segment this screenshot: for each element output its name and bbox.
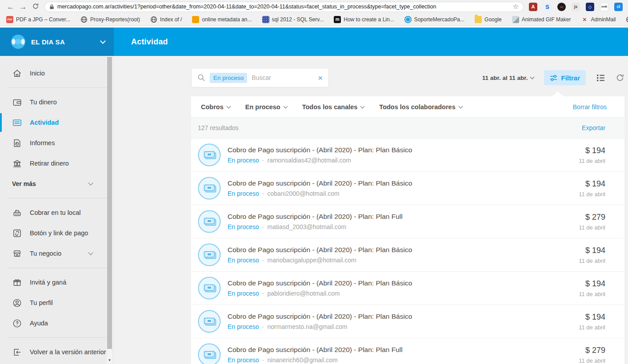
money-icon [198, 343, 221, 364]
bookmark-item[interactable]: online metadata an... [192, 16, 252, 23]
list-view-icon[interactable] [596, 73, 605, 83]
sidebar-item-invita-y-gana[interactable]: Invitá y ganá [0, 272, 114, 293]
globe-favicon [626, 16, 628, 23]
sidebar: Inicio Tu dinero Actividad Informes Reti… [0, 56, 114, 364]
grid-extension-icon[interactable]: ◇ [586, 3, 594, 11]
table-row[interactable]: Cobro de Pago suscripción - (Abril 2020)… [191, 172, 624, 205]
filter-button[interactable]: Filtrar [544, 70, 586, 85]
sidebar-item-cobrar-en-tu-local[interactable]: Cobrar en tu local [0, 202, 114, 223]
table-row[interactable]: Cobro de Pago suscripción - (Abril 2020)… [191, 305, 624, 338]
separator: - [262, 290, 264, 297]
sidebar-item-informes[interactable]: Informes [0, 133, 114, 153]
table-row[interactable]: Cobro de Pago suscripción - (Abril 2020)… [191, 272, 624, 305]
bookmark-label: PDF a JPG – Conver... [16, 16, 70, 23]
chevron-down-icon [88, 250, 93, 255]
bookmark-item[interactable]: Animated GIF Maker [512, 16, 571, 23]
chevron-down-icon [226, 104, 231, 108]
clear-filters-link[interactable]: Borrar filtros [573, 103, 607, 111]
clear-search-icon[interactable]: × [318, 74, 323, 82]
bookmark-item[interactable]: × NVS-2 AdminMail [581, 16, 616, 23]
url-bar[interactable]: mercadopago.com.ar/activities/1?period=o… [44, 2, 524, 12]
sidebar-item-tu-perfil[interactable]: Tu perfil [0, 293, 114, 313]
chevron-down-icon [283, 104, 288, 108]
browser-refresh-icon[interactable] [29, 3, 42, 11]
sliders-icon [550, 74, 557, 82]
sidebar-item-label: Ver más [12, 180, 36, 187]
date-range-selector[interactable]: 11 abr. al 11 abr. [482, 75, 534, 81]
forward-icon[interactable]: → [17, 3, 29, 11]
sql-favicon [262, 16, 269, 23]
bookmark-item[interactable]: Proxy-Reportes(root) [80, 16, 140, 23]
acrobat-extension-icon[interactable]: A [529, 3, 537, 11]
payer-email: mariobacigaluppe@hotmail.com [268, 257, 356, 264]
divider [8, 198, 107, 198]
sidebar-item-retirar-dinero[interactable]: Retirar dinero [0, 153, 114, 174]
bookmark-item[interactable]: SoporteMercadoPa... [404, 16, 464, 23]
money-icon [198, 243, 221, 266]
separator: - [262, 257, 264, 264]
filter-dropdown-cobros[interactable]: Cobros [201, 103, 230, 111]
bookmark-item[interactable]: NVS-2 [626, 16, 628, 23]
bookmark-label: How to create a Lin... [344, 16, 394, 23]
bookmark-item[interactable]: Google [475, 16, 502, 23]
export-link[interactable]: Exportar [582, 124, 605, 131]
account-switcher[interactable]: EL DIA SA [0, 28, 114, 56]
transaction-title: Cobro de Pago suscripción - (Abril 2020)… [228, 279, 412, 287]
sidebar-item-label: Cobrar en tu local [30, 209, 80, 216]
bookmark-item[interactable]: PDF PDF a JPG – Conver... [6, 16, 70, 23]
table-row[interactable]: Cobro de Pago suscripción - (Abril 2020)… [191, 238, 624, 272]
sidebar-item-ver-mas[interactable]: Ver más [0, 174, 114, 194]
sidebar-scrollbar[interactable]: ▼ [107, 56, 112, 364]
sidebar-item-tu-negocio[interactable]: Tu negocio [0, 243, 114, 264]
back-icon[interactable]: ← [4, 3, 17, 11]
date-range-label: 11 abr. al 11 abr. [482, 75, 528, 81]
sidebar-item-ayuda[interactable]: Ayuda [0, 313, 114, 333]
sidebar-item-boton-link-pago[interactable]: Botón y link de pago [0, 223, 114, 243]
sidebar-item-volver-version-anterior[interactable]: Volver a la versión anterior [0, 342, 114, 362]
c-extension-icon[interactable]: cl [614, 3, 623, 11]
bookmark-label: Proxy-Reportes(root) [90, 16, 140, 23]
wallet-icon [12, 97, 22, 107]
browser-toolbar: ← → mercadopago.com.ar/activities/1?peri… [0, 0, 628, 13]
filter-dropdown-colaboradores[interactable]: Todos los colaboradores [379, 103, 462, 111]
orange-favicon [192, 16, 199, 23]
sidebar-item-label: Invitá y ganá [30, 279, 66, 286]
bookmark-item[interactable]: m How to create a Lin... [334, 16, 394, 23]
s-extension-icon[interactable]: S [543, 3, 552, 11]
table-row[interactable]: Cobro de Pago suscripción - (Abril 2020)… [191, 338, 624, 364]
browser-window: ← → mercadopago.com.ar/activities/1?peri… [0, 0, 628, 364]
search-filter-chip[interactable]: En proceso [210, 73, 247, 83]
bookmark-star-icon[interactable]: ☆ [513, 3, 519, 11]
table-row[interactable]: Cobro de Pago suscripción - (Abril 2020)… [191, 138, 624, 172]
mask-extension-icon[interactable]: ∞ [557, 3, 566, 11]
bookmark-item[interactable]: sql 2012 - SQL Serv... [262, 16, 324, 23]
amount: $ 194 [579, 146, 605, 155]
transaction-date: 11 de abril [579, 324, 605, 331]
search-input[interactable]: En proceso Buscar × [191, 68, 329, 87]
scrollbar-down-arrow[interactable]: ▼ [107, 357, 112, 363]
money-icon [198, 210, 221, 233]
filter-dropdown-canales[interactable]: Todos los canales [302, 103, 364, 111]
payer-email: pabloridiero@hotmail.com [268, 290, 340, 297]
invid-extension-icon[interactable]: InVID [600, 3, 608, 11]
table-row[interactable]: Cobro de Pago suscripción - (Abril 2020)… [191, 205, 624, 238]
extensions-row: A S ∞ js ◇ InVID cl [529, 3, 624, 11]
amount: $ 279 [579, 213, 605, 222]
m-favicon: m [334, 16, 341, 23]
js-extension-icon[interactable]: js [572, 3, 580, 11]
scrollbar-thumb[interactable] [107, 57, 112, 349]
home-icon [12, 68, 22, 79]
payer-email: cobani2000@hotmail.com [268, 190, 340, 197]
sidebar-item-inicio[interactable]: Inicio [0, 63, 114, 83]
main-content: En proceso Buscar × 11 abr. al 11 abr. F… [114, 56, 628, 364]
sidebar-item-actividad[interactable]: Actividad [0, 112, 114, 133]
sidebar-item-label: Retirar dinero [30, 160, 69, 167]
refresh-icon[interactable] [616, 73, 624, 82]
transaction-title: Cobro de Pago suscripción - (Abril 2020)… [228, 179, 412, 187]
bookmark-item[interactable]: Index of / [150, 16, 182, 23]
filter-dropdown-estado[interactable]: En proceso [245, 103, 287, 111]
bookmark-label: Animated GIF Maker [522, 16, 571, 23]
globe-favicon [80, 16, 88, 23]
sidebar-item-tu-dinero[interactable]: Tu dinero [0, 92, 114, 112]
amount: $ 279 [579, 346, 605, 355]
